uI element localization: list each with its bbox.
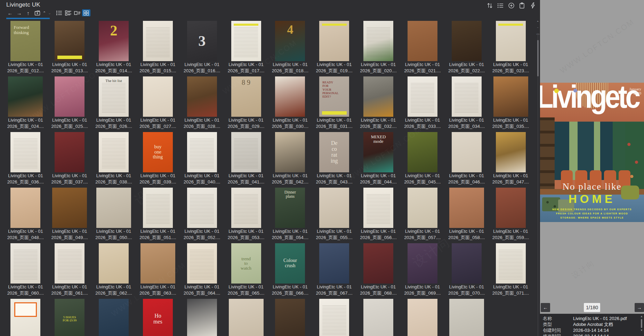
page-thumbnail[interactable] <box>187 76 217 117</box>
collapse-rows-button[interactable]: ⌃ <box>42 11 47 15</box>
page-thumbnail[interactable] <box>55 132 84 172</box>
page-thumbnail[interactable] <box>275 132 305 172</box>
page-thumbnail[interactable] <box>452 21 482 61</box>
thumbnail-cell[interactable]: LivingEtc UK - 01 2026_页面_061.... <box>48 242 92 298</box>
page-thumbnail[interactable]: Colour crush <box>275 243 305 284</box>
page-thumbnail[interactable] <box>55 243 84 284</box>
thumbnail-cell[interactable]: LivingEtc UK - 01 2026_页面_082.... <box>444 298 489 336</box>
thumbnail-cell[interactable]: LivingEtc UK - 01 2026_页面_027.... <box>136 75 180 131</box>
thumbnail-cell[interactable]: LivingEtc UK - 01 2026_页面_042.... <box>268 131 312 187</box>
page-counter[interactable]: 1/180 <box>584 303 600 312</box>
thumbnail-cell[interactable]: 5 ISSUES FOR £9.99 LivingEtc UK - 01 202… <box>48 298 92 336</box>
thumbnail-cell[interactable]: LivingEtc UK - 01 2026_页面_063.... <box>136 242 180 298</box>
page-thumbnail[interactable]: 3 <box>187 21 217 61</box>
thumbnail-cell[interactable]: LivingEtc UK - 01 2026_页面_056.... <box>356 187 401 242</box>
thumbnail-cell[interactable]: LivingEtc UK - 01 2026_页面_080.... <box>356 298 401 336</box>
thumbnail-cell[interactable]: LivingEtc UK - 01 2026_页面_040.... <box>180 131 224 187</box>
page-thumbnail[interactable] <box>449 188 484 228</box>
thumbnail-cell[interactable]: LivingEtc UK - 01 2026_页面_022.... <box>444 20 489 75</box>
details-scrollbar[interactable]: ▲ ▼ <box>640 315 643 335</box>
thumbnail-cell[interactable]: LivingEtc UK - 01 2026_页面_068.... <box>356 242 401 298</box>
thumbnail-cell[interactable]: The hit list LivingEtc UK - 01 2026_页面_0… <box>92 75 136 131</box>
thumbnail-cell[interactable]: LivingEtc UK - 01 2026_页面_032.... <box>356 75 401 131</box>
thumbnail-cell[interactable]: LivingEtc UK - 01 2026_页面_024.... <box>3 75 48 131</box>
thumbnail-cell[interactable]: LivingEtc UK - 01 2026_页面_034.... <box>444 75 489 131</box>
page-thumbnail[interactable]: The hit list <box>99 76 129 117</box>
thumbnail-cell[interactable]: De co rat ing LivingEtc UK - 01 2026_页面_… <box>312 131 356 187</box>
thumbnail-cell[interactable]: LivingEtc UK - 01 2026_页面_017.... <box>224 20 268 75</box>
thumbnail-cell[interactable]: LivingEtc UK - 01 2026_页面_028.... <box>180 75 224 131</box>
thumbnail-cell[interactable]: LivingEtc UK - 01 2026_页面_047.... <box>489 131 533 187</box>
add-icon[interactable] <box>508 2 515 9</box>
page-thumbnail[interactable]: trend to watch <box>231 243 261 284</box>
page-thumbnail[interactable]: MIXED mode <box>363 132 393 172</box>
page-thumbnail[interactable] <box>496 21 526 61</box>
page-thumbnail[interactable] <box>231 132 261 172</box>
page-thumbnail[interactable] <box>408 188 437 228</box>
page-thumbnail[interactable] <box>10 299 40 336</box>
thumbnail-cell[interactable]: LivingEtc UK - 01 2026_页面_049.... <box>48 187 92 242</box>
page-thumbnail[interactable] <box>496 243 526 284</box>
thumbnail-cell[interactable]: LivingEtc UK - 01 2026_页面_033.... <box>401 75 445 131</box>
page-thumbnail[interactable] <box>52 188 87 228</box>
forward-button[interactable]: → <box>15 10 24 16</box>
open-folder-button[interactable] <box>33 10 42 16</box>
page-thumbnail[interactable] <box>231 21 261 61</box>
thumbnail-cell[interactable]: LivingEtc UK - 01 2026_页面_038.... <box>92 131 136 187</box>
thumbnail-cell[interactable]: LivingEtc UK - 01 2026_页面_069.... <box>401 242 445 298</box>
page-thumbnail[interactable] <box>496 132 526 172</box>
thumbnail-cell[interactable]: 2 LivingEtc UK - 01 2026_页面_014.... <box>92 20 136 75</box>
page-thumbnail[interactable] <box>231 188 261 228</box>
thumbnail-cell[interactable]: LivingEtc UK - 01 2026_页面_045.... <box>401 131 445 187</box>
prev-page-button[interactable]: ← <box>541 303 550 312</box>
thumbnail-cell[interactable]: Forward thinking LivingEtc UK - 01 2026_… <box>3 20 48 75</box>
thumbnail-cell[interactable]: LivingEtc UK - 01 2026_页面_035.... <box>489 75 533 131</box>
page-thumbnail[interactable] <box>496 188 526 228</box>
thumbnail-cell[interactable]: trend to watch LivingEtc UK - 01 2026_页面… <box>224 242 268 298</box>
page-thumbnail[interactable] <box>408 132 437 172</box>
thumbnail-cell[interactable]: LivingEtc UK - 01 2026_页面_021.... <box>401 20 445 75</box>
thumbnail-cell[interactable]: LivingEtc UK - 01 2026_页面_019.... <box>312 20 356 75</box>
view-list-icon[interactable] <box>55 9 63 16</box>
thumbnail-cell[interactable]: LivingEtc UK - 01 2026_页面_041.... <box>224 131 268 187</box>
page-thumbnail[interactable]: READY FOR YOUR PERSONAL EDIT? <box>319 76 349 117</box>
thumbnail-cell[interactable]: LivingEtc UK - 01 2026_页面_072.... <box>3 298 48 336</box>
view-content-icon[interactable] <box>73 9 81 16</box>
page-thumbnail[interactable] <box>10 243 40 284</box>
thumbnail-cell[interactable]: LivingEtc UK - 01 2026_页面_037.... <box>48 131 92 187</box>
thumbnail-cell[interactable]: LivingEtc UK - 01 2026_页面_020.... <box>356 20 401 75</box>
scroll-page-icon[interactable]: ⌃ <box>536 25 540 32</box>
thumbnail-cell[interactable]: LivingEtc UK - 01 2026_页面_050.... <box>92 187 136 242</box>
page-thumbnail[interactable] <box>319 21 349 61</box>
page-thumbnail[interactable] <box>99 132 129 172</box>
page-thumbnail[interactable] <box>319 299 349 336</box>
next-page-button[interactable]: → <box>635 303 644 312</box>
thumbnail-cell[interactable]: Colour crush LivingEtc UK - 01 2026_页面_0… <box>268 242 312 298</box>
pdf-cover-preview[interactable]: Livingetc January 2020 No place like HOM… <box>540 83 644 222</box>
page-thumbnail[interactable] <box>229 299 264 336</box>
page-thumbnail[interactable]: 2 <box>99 21 129 61</box>
page-thumbnail[interactable]: Forward thinking <box>10 21 40 61</box>
thumbnail-cell[interactable]: LivingEtc UK - 01 2026_页面_015.... <box>136 20 180 75</box>
page-thumbnail[interactable] <box>363 188 393 228</box>
thumbnail-cell[interactable]: READY FOR YOUR PERSONAL EDIT? LivingEtc … <box>312 75 356 131</box>
scroll-top-icon[interactable]: ⌃ <box>536 19 540 25</box>
page-thumbnail[interactable] <box>363 21 393 61</box>
page-thumbnail[interactable]: Ho mes <box>143 299 173 336</box>
page-thumbnail[interactable] <box>363 299 393 336</box>
back-button[interactable]: ← <box>6 10 15 16</box>
clipboard-icon[interactable] <box>518 2 525 9</box>
thumbnail-cell[interactable]: LivingEtc UK - 01 2026_页面_036.... <box>3 131 48 187</box>
page-thumbnail[interactable] <box>408 21 437 61</box>
thumbnail-cell[interactable]: LivingEtc UK - 01 2026_页面_071.... <box>489 242 533 298</box>
page-thumbnail[interactable] <box>452 76 482 117</box>
page-thumbnail[interactable]: buy one thing <box>143 132 173 172</box>
page-thumbnail[interactable]: 4 <box>275 21 305 61</box>
page-thumbnail[interactable] <box>408 243 437 284</box>
thumbnail-cell[interactable]: 3 LivingEtc UK - 01 2026_页面_016.... <box>180 20 224 75</box>
thumbnail-cell[interactable]: Dinner plans LivingEtc UK - 01 2026_页面_0… <box>268 187 312 242</box>
page-thumbnail[interactable] <box>143 188 173 228</box>
thumbnail-cell[interactable]: LivingEtc UK - 01 2026_页面_048.... <box>3 187 48 242</box>
grid-scrollbar[interactable]: ⌃ ⌃ == <box>536 19 540 336</box>
thumbnail-cell[interactable]: LivingEtc UK - 01 2026_页面_057.... <box>401 187 445 242</box>
